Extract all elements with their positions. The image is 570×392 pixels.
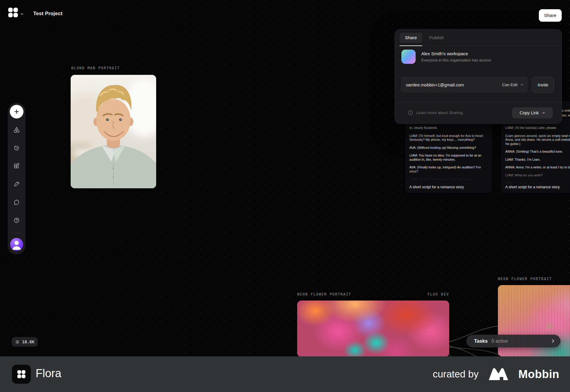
chevron-down-icon [520,83,523,86]
dialog-tabs: SharePublish [395,29,562,46]
chat-icon[interactable] [13,199,20,206]
share-button[interactable]: Share [539,9,562,22]
portrait-image[interactable] [71,75,156,188]
help-icon[interactable] [13,217,20,224]
email-value[interactable]: samlee.mobbin+1@gmail.com [401,83,502,87]
footer-bar: Flora curated by Mobbin [0,356,570,392]
share-dialog: SharePublish Alex Smith's workspace Ever… [395,29,562,124]
tasks-title: Tasks [474,338,488,344]
curated-by-text: curated by [433,369,479,380]
add-button[interactable] [10,105,23,118]
tasks-bar[interactable]: Tasks 0 active [466,335,560,347]
script-line: audition in, like, twenty minutes. [409,158,488,162]
shapes-icon[interactable] [13,126,20,133]
node-label: NEON FLOWER PORTRAIT [498,277,552,281]
footer-app-name: Flora [36,367,61,380]
credits-badge[interactable]: 18.6K [12,337,38,347]
model-badge: FLUX DEV [428,292,449,296]
toolbar-divider [12,233,21,233]
credits-count: 18.6K [22,339,34,344]
invite-email-input[interactable]: samlee.mobbin+1@gmail.com Can Edit [401,77,528,93]
flora-flower-icon [15,340,20,344]
flora-canvas-app: Test Project Share BLOND MAN PORTRAIT [0,0,570,392]
dialog-tab[interactable]: Publish [424,33,449,43]
permission-dropdown[interactable]: Can Edit [502,83,528,87]
script-line: LIAM: (To himself, but loud enough for A… [409,134,488,138]
paintbrush-icon[interactable] [13,181,20,188]
workspace-name: Alex Smith's workspace [421,51,468,56]
script-line: LIAM: (To the barista) Latte, please. [505,126,570,130]
mobbin-logo-icon [487,367,509,381]
script-line: LIAM: Thanks. I'm Liam. [505,158,570,162]
history-icon[interactable] [13,144,20,151]
chevron-right-icon [551,339,555,343]
blocks-icon[interactable] [13,162,20,170]
copy-link-button[interactable]: Copy Link [512,107,553,118]
script-line: LIAM: You have no idea. I'm supposed to … [409,154,488,158]
dialog-divider [395,102,562,102]
script-line: (Liam glances around, spots an empty sea… [505,134,570,138]
flora-logo-icon[interactable] [8,7,18,18]
script-line: his guitar.) [505,142,570,146]
node-label: NEON FLOWER PORTRAIT [297,292,352,296]
node-label: BLOND MAN PORTRAIT [71,66,120,70]
toolbar [8,103,26,255]
script-card-left[interactable]: in, clearly flustered.LIAM: (To himself,… [405,113,492,193]
page-title: Test Project [33,11,62,17]
profile-avatar[interactable] [10,238,23,251]
footer-brand-name: Mobbin [518,368,559,381]
chevron-down-icon[interactable] [20,12,24,17]
script-line: AVA: (Without looking up) Missing someth… [409,146,488,150]
invite-button[interactable]: Invite [532,77,554,93]
flower-image-center[interactable] [297,301,449,357]
tasks-status: 0 active [492,339,508,344]
script-line: in, clearly flustered. [409,126,488,130]
script-line: Seriously? My phone, my keys… everything… [409,138,488,142]
script-line: Anna, and sits down. He strums a soft me… [505,138,570,142]
info-icon [408,110,413,115]
script-caption: A short script for a romance story [409,185,464,189]
flora-app-icon [12,365,31,384]
script-fragment: a write [562,109,570,112]
chevron-down-icon [542,111,545,115]
learn-more-link[interactable]: Learn more about Sharing [416,110,463,115]
workspace-subtitle: Everyone in this organization has access [421,58,491,62]
script-caption: A short script for a romance story [505,185,560,189]
workspace-avatar [401,50,416,64]
script-line: ANNA: (Smiling) That's a beautiful tune. [505,150,570,154]
dialog-tab[interactable]: Share [400,33,422,43]
